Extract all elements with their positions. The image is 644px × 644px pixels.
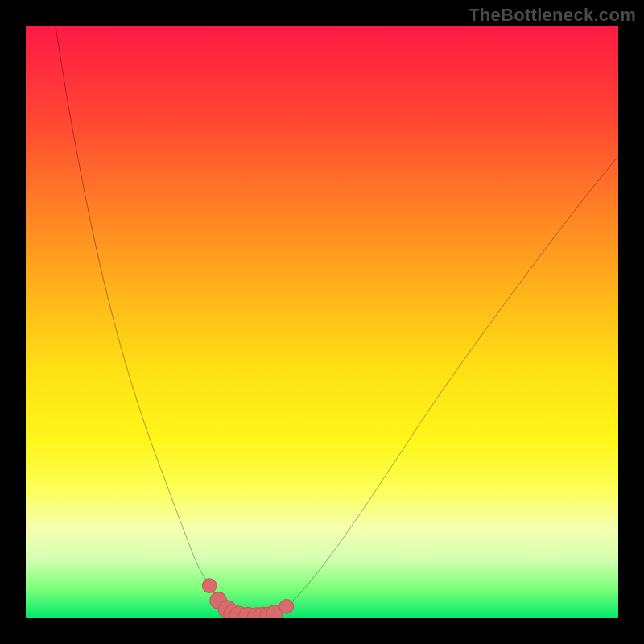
watermark-text: TheBottleneck.com <box>469 5 636 26</box>
plot-area <box>26 26 618 618</box>
valley-markers <box>202 579 293 618</box>
valley-marker <box>279 599 294 613</box>
marker-layer <box>26 26 618 618</box>
chart-frame: TheBottleneck.com <box>0 0 644 644</box>
valley-marker <box>202 579 217 593</box>
